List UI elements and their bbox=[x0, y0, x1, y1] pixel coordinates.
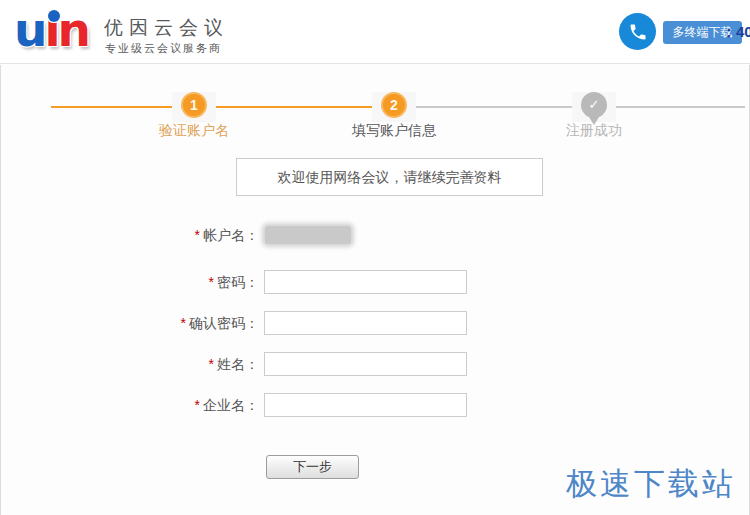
confirm-password-row: *确认密码： bbox=[1, 311, 749, 335]
confirm-password-label: *确认密码： bbox=[1, 311, 259, 335]
required-mark: * bbox=[195, 397, 200, 413]
logo-letter-n: n bbox=[58, 2, 88, 57]
step-1-label: 验证账户名 bbox=[134, 122, 254, 140]
step-2-badge: 2 bbox=[381, 92, 407, 118]
step-2-fill-info: 2 bbox=[372, 92, 416, 122]
name-label: *姓名： bbox=[1, 352, 259, 376]
stepper-track-completed bbox=[51, 106, 395, 108]
account-name-masked-value bbox=[265, 226, 351, 244]
registration-page: uin 优因云会议 专业级云会议服务商 多终端下载 ：400 1 2 ✓ 验证账… bbox=[0, 0, 750, 515]
company-name-label: *企业名： bbox=[1, 393, 259, 417]
step-3-register-success: ✓ bbox=[572, 92, 616, 122]
required-mark: * bbox=[195, 227, 200, 243]
password-label: *密码： bbox=[1, 270, 259, 294]
step-1-verify-account: 1 bbox=[172, 92, 216, 122]
phone-icon bbox=[619, 13, 656, 50]
password-input[interactable] bbox=[264, 270, 467, 294]
logo-dot-icon bbox=[48, 10, 60, 22]
header: uin 优因云会议 专业级云会议服务商 多终端下载 ：400 bbox=[0, 0, 750, 64]
hotline-number-partial: ：400 bbox=[721, 23, 750, 42]
password-row: *密码： bbox=[1, 270, 749, 294]
required-mark: * bbox=[209, 356, 214, 372]
required-mark: * bbox=[209, 274, 214, 290]
step-3-check-pin-icon: ✓ bbox=[581, 92, 607, 118]
logo-letter-u: u bbox=[14, 2, 44, 57]
brand-logo: uin bbox=[14, 4, 88, 56]
confirm-password-input[interactable] bbox=[264, 311, 467, 335]
brand-tagline: 专业级云会议服务商 bbox=[105, 41, 222, 56]
company-name-input[interactable] bbox=[264, 393, 467, 417]
company-name-row: *企业名： bbox=[1, 393, 749, 417]
name-row: *姓名： bbox=[1, 352, 749, 376]
site-watermark: 极速下载站 bbox=[566, 463, 736, 505]
name-input[interactable] bbox=[264, 352, 467, 376]
account-name-label: *帐户名： bbox=[1, 223, 259, 247]
welcome-notice: 欢迎使用网络会议，请继续完善资料 bbox=[236, 158, 543, 196]
account-name-row: *帐户名： bbox=[1, 223, 749, 247]
brand-name: 优因云会议 bbox=[104, 15, 229, 41]
stepper-track-pending bbox=[395, 106, 745, 108]
main-panel: 1 2 ✓ 验证账户名 填写账户信息 注册成功 欢迎使用网络会议，请继续完善资料… bbox=[0, 65, 750, 515]
step-1-badge: 1 bbox=[181, 92, 207, 118]
required-mark: * bbox=[181, 315, 186, 331]
step-2-label: 填写账户信息 bbox=[334, 122, 454, 140]
next-step-button[interactable]: 下一步 bbox=[266, 455, 359, 479]
